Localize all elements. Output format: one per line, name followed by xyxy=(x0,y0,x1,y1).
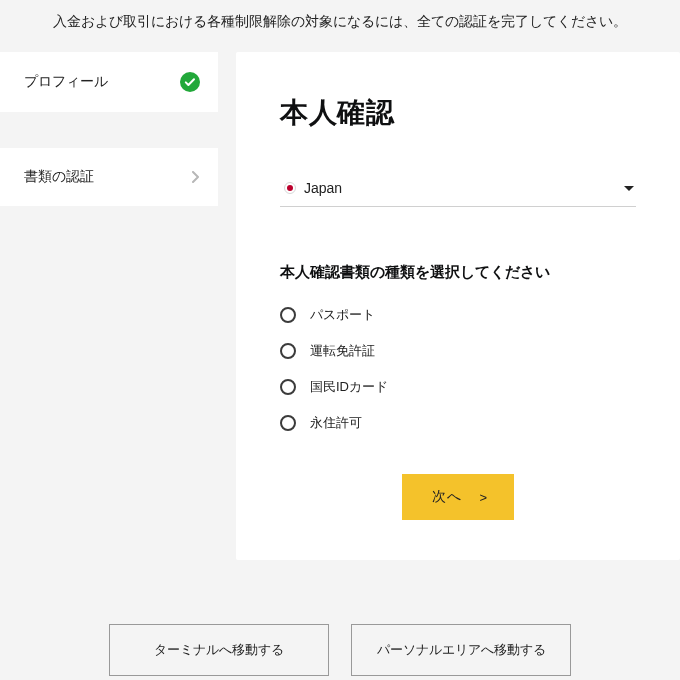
page-intro-text: 入金および取引における各種制限解除の対象になるには、全ての認証を完了してください… xyxy=(0,0,680,52)
main-layout: プロフィール 書類の認証 本人確認 Japan 本人確認書類の種 xyxy=(0,52,680,560)
sidebar-item-label: プロフィール xyxy=(24,73,180,91)
sidebar-item-label: 書類の認証 xyxy=(24,168,190,186)
go-to-terminal-button[interactable]: ターミナルへ移動する xyxy=(109,624,329,676)
radio-icon xyxy=(280,415,296,431)
card-title: 本人確認 xyxy=(280,94,636,132)
radio-icon xyxy=(280,307,296,323)
radio-drivers-license[interactable]: 運転免許証 xyxy=(280,342,636,360)
country-name: Japan xyxy=(304,180,342,196)
sidebar-item-profile[interactable]: プロフィール xyxy=(0,52,218,112)
check-circle-icon xyxy=(180,72,200,92)
radio-passport[interactable]: パスポート xyxy=(280,306,636,324)
next-button[interactable]: 次へ > xyxy=(402,474,513,520)
radio-label: パスポート xyxy=(310,306,375,324)
document-type-list: パスポート 運転免許証 国民IDカード 永住許可 xyxy=(280,306,636,432)
radio-label: 運転免許証 xyxy=(310,342,375,360)
country-select[interactable]: Japan xyxy=(280,174,636,207)
radio-residence-permit[interactable]: 永住許可 xyxy=(280,414,636,432)
sidebar-item-documents[interactable]: 書類の認証 xyxy=(0,148,218,206)
sidebar: プロフィール 書類の認証 xyxy=(0,52,218,206)
flag-japan-icon xyxy=(284,182,296,194)
verification-card: 本人確認 Japan 本人確認書類の種類を選択してください パスポート 運転免許… xyxy=(236,52,680,560)
document-type-label: 本人確認書類の種類を選択してください xyxy=(280,263,636,282)
go-to-personal-area-button[interactable]: パーソナルエリアへ移動する xyxy=(351,624,571,676)
chevron-right-icon xyxy=(190,171,200,183)
next-button-wrap: 次へ > xyxy=(280,474,636,520)
chevron-right-icon: > xyxy=(479,490,487,505)
footer-buttons: ターミナルへ移動する パーソナルエリアへ移動する xyxy=(0,624,680,676)
radio-icon xyxy=(280,343,296,359)
radio-icon xyxy=(280,379,296,395)
radio-label: 国民IDカード xyxy=(310,378,388,396)
radio-label: 永住許可 xyxy=(310,414,362,432)
radio-national-id[interactable]: 国民IDカード xyxy=(280,378,636,396)
caret-down-icon xyxy=(624,186,634,191)
next-button-label: 次へ xyxy=(432,488,461,506)
